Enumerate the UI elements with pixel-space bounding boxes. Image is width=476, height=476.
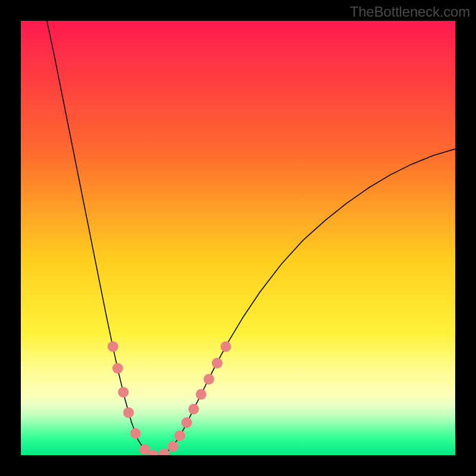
- highlight-dot: [196, 389, 206, 400]
- highlight-dot: [108, 342, 118, 352]
- highlight-dot: [112, 363, 123, 374]
- highlight-dot: [168, 441, 178, 452]
- highlight-dot: [130, 428, 141, 439]
- highlight-dot: [174, 430, 185, 441]
- highlight-dot: [221, 342, 231, 352]
- highlight-dot: [189, 404, 199, 415]
- chart-frame: TheBottleneck.com: [0, 0, 476, 476]
- watermark-text: TheBottleneck.com: [350, 4, 470, 20]
- highlight-dot: [181, 417, 192, 428]
- highlight-dot: [123, 407, 134, 418]
- highlight-dot: [118, 387, 129, 397]
- highlight-dot: [212, 358, 223, 368]
- bottleneck-chart: [21, 21, 455, 455]
- chart-background: [21, 21, 455, 455]
- highlight-dot: [203, 374, 214, 384]
